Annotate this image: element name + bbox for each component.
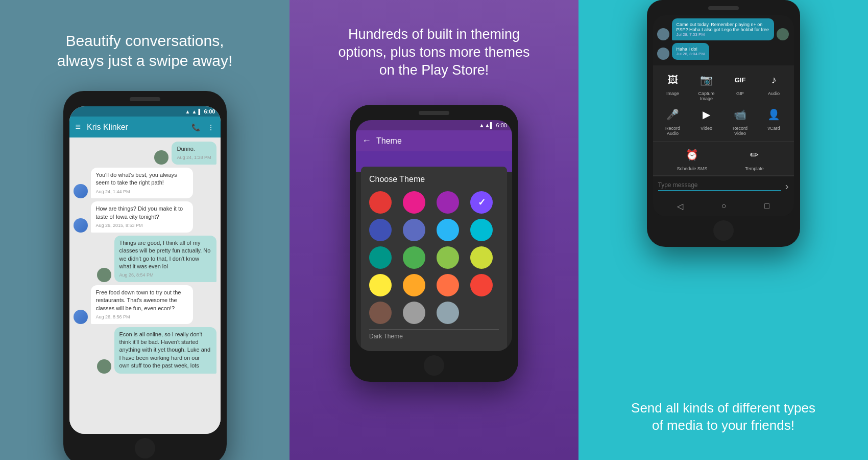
- popup-title: Choose Theme: [369, 175, 499, 184]
- schedule-label: Schedule SMS: [677, 166, 708, 171]
- recents-button[interactable]: □: [764, 201, 769, 211]
- template-icon: ✏: [745, 146, 764, 164]
- phone-icon[interactable]: 📞: [191, 123, 200, 131]
- avatar: [657, 48, 669, 60]
- attach-label: Video: [701, 126, 712, 131]
- tagline-2: Hundreds of built in theming options, pl…: [318, 26, 550, 79]
- attach-gif[interactable]: GIF GIF: [724, 71, 757, 101]
- video-icon: ▶: [697, 105, 716, 124]
- msg-bubble: Came out today. Remember playing n+ on P…: [672, 18, 774, 40]
- color-swatch-16[interactable]: [369, 302, 392, 324]
- avatar: [777, 28, 789, 40]
- color-swatch-18[interactable]: [437, 302, 459, 324]
- dark-theme-label: Dark Theme: [369, 329, 499, 343]
- phone-2: ▲▲▌ 6:00 ← Theme Choose Theme Dark Theme: [350, 105, 518, 382]
- color-swatch-5[interactable]: [403, 219, 425, 241]
- color-swatch-0[interactable]: [369, 191, 392, 214]
- msg-bubble: How are things? Did you make it to taste…: [91, 201, 193, 232]
- avatar: [97, 268, 111, 282]
- msg-bubble: Econ is all online, so I really don't th…: [114, 327, 216, 374]
- back-button[interactable]: ◁: [677, 201, 683, 211]
- msg-bubble: Things are good, I think all of my class…: [114, 236, 216, 282]
- attach-record-video[interactable]: 📹 RecordVideo: [724, 105, 757, 136]
- color-swatch-6[interactable]: [437, 219, 459, 241]
- color-swatch-9[interactable]: [403, 246, 425, 269]
- msg-bubble: Dunno. Aug 24, 1:38 PM: [172, 142, 216, 165]
- theme-title: Theme: [376, 136, 402, 146]
- more-icon[interactable]: ⋮: [207, 123, 214, 131]
- chat-body-1: Dunno. Aug 24, 1:38 PM You'll do what's …: [69, 137, 221, 434]
- panel-media: Came out today. Remember playing n+ on P…: [578, 0, 868, 460]
- attach-audio[interactable]: ♪ Audio: [757, 71, 791, 101]
- attach-label: RecordVideo: [733, 126, 748, 136]
- audio-icon: ♪: [765, 71, 783, 89]
- msg-bubble: Free food down town to try out the resta…: [91, 285, 193, 324]
- color-swatch-2[interactable]: [437, 191, 459, 214]
- avatar: [74, 218, 88, 233]
- table-row: Free food down town to try out the resta…: [74, 285, 216, 324]
- attach-vcard[interactable]: 👤 vCard: [757, 105, 791, 136]
- status-time-1: 6:00: [204, 108, 215, 114]
- tagline-1: Beautify conversations, always just a sw…: [37, 31, 253, 71]
- gif-icon: GIF: [731, 71, 750, 89]
- chat-header: ≡ Kris Klinker 📞 ⋮: [69, 117, 221, 137]
- message-input[interactable]: Type message: [658, 181, 781, 191]
- vcard-icon: 👤: [765, 105, 783, 124]
- attach-label: GIF: [736, 91, 744, 96]
- avatar: [657, 28, 669, 40]
- color-swatch-10[interactable]: [437, 246, 459, 269]
- message-input-row: Type message ›: [653, 176, 794, 196]
- color-swatch-13[interactable]: [403, 274, 425, 296]
- color-swatch-14[interactable]: [437, 274, 459, 296]
- phone-3: Came out today. Remember playing n+ on P…: [647, 0, 800, 247]
- image-icon: 🖼: [664, 71, 682, 89]
- attach-label: CaptureImage: [698, 91, 714, 101]
- template-button[interactable]: ✏ Template: [724, 146, 786, 171]
- attach-label: Image: [666, 91, 679, 96]
- chat-body-media: Came out today. Remember playing n+ on P…: [653, 15, 794, 65]
- status-bar-2: ▲▲▌ 6:00: [356, 120, 512, 130]
- table-row: How are things? Did you make it to taste…: [74, 201, 216, 232]
- panel-theme: Hundreds of built in theming options, pl…: [290, 0, 578, 460]
- color-swatch-1[interactable]: [403, 191, 425, 214]
- attach-record-audio[interactable]: 🎤 RecordAudio: [656, 105, 690, 136]
- avatar: [97, 359, 111, 374]
- color-swatch-17[interactable]: [403, 302, 425, 324]
- avatar: [74, 184, 88, 198]
- home-button[interactable]: ○: [721, 201, 727, 211]
- status-time-2: 6:00: [496, 122, 507, 128]
- record-video-icon: 📹: [731, 105, 750, 124]
- back-icon[interactable]: ←: [362, 135, 371, 146]
- color-swatch-15[interactable]: [470, 274, 493, 296]
- color-swatch-11[interactable]: [470, 246, 493, 269]
- msg-bubble: You'll do what's best, you always seem t…: [91, 168, 193, 198]
- color-swatch-4[interactable]: [369, 219, 392, 241]
- theme-header: ← Theme: [356, 130, 512, 151]
- avatar: [154, 150, 168, 165]
- menu-icon[interactable]: ≡: [76, 122, 81, 132]
- attach-label: RecordAudio: [665, 126, 680, 136]
- attach-image[interactable]: 🖼 Image: [656, 71, 690, 101]
- color-swatch-7[interactable]: [470, 219, 493, 241]
- panel-beautify: Beautify conversations, always just a sw…: [0, 0, 290, 460]
- color-swatch-3[interactable]: [470, 191, 493, 214]
- table-row: Dunno. Aug 24, 1:38 PM: [74, 142, 216, 165]
- color-grid: [369, 191, 499, 324]
- table-row: Econ is all online, so I really don't th…: [74, 327, 216, 374]
- template-label: Template: [745, 166, 764, 171]
- send-button[interactable]: ›: [785, 180, 789, 192]
- attach-video[interactable]: ▶ Video: [690, 105, 724, 136]
- color-swatch-12[interactable]: [369, 274, 392, 296]
- schedule-row: ⏰ Schedule SMS ✏ Template: [653, 142, 794, 176]
- attach-grid-row2: 🎤 RecordAudio ▶ Video 📹 RecordVideo: [653, 103, 794, 142]
- schedule-sms[interactable]: ⏰ Schedule SMS: [661, 146, 724, 171]
- status-bar-1: ▲ ▲ ▌ 6:00: [69, 106, 221, 117]
- avatar: [74, 310, 88, 324]
- table-row: Things are good, I think all of my class…: [74, 236, 216, 282]
- attach-label: vCard: [767, 126, 780, 131]
- color-swatch-8[interactable]: [369, 246, 392, 269]
- attach-capture[interactable]: 📷 CaptureImage: [690, 71, 724, 101]
- table-row: Came out today. Remember playing n+ on P…: [657, 18, 790, 40]
- table-row: You'll do what's best, you always seem t…: [74, 168, 216, 198]
- mic-icon: 🎤: [664, 105, 682, 124]
